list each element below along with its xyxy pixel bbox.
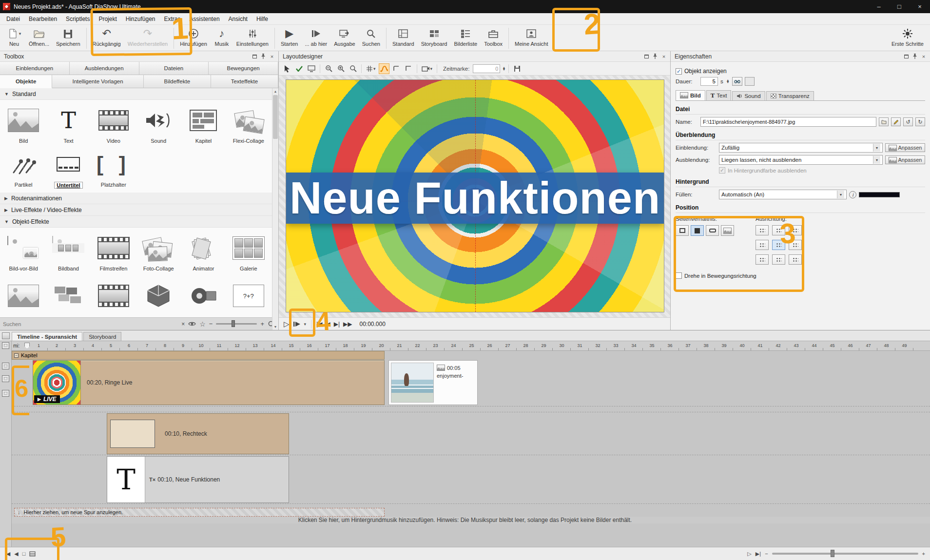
menu-item[interactable]: Projekt [94, 14, 121, 24]
effect-item[interactable] [46, 277, 91, 313]
duration-extra-button[interactable] [745, 77, 755, 86]
close-button[interactable]: × [910, 0, 930, 13]
section-routenanimationen[interactable]: ▶ Routenanimationen [0, 193, 272, 204]
minimize-button[interactable]: – [869, 0, 889, 13]
toolbox-item-partikel[interactable]: Partikel [1, 146, 46, 191]
aspect-fill-button[interactable] [691, 225, 704, 236]
track-options-icon[interactable] [2, 342, 9, 349]
menu-item[interactable]: Bearbeiten [24, 14, 61, 24]
step-back-button[interactable]: ◀ [14, 551, 18, 557]
menu-item[interactable]: Scriptlets [61, 14, 94, 24]
timeline-zoom-slider[interactable] [772, 553, 918, 555]
effect-animator[interactable]: Animator [181, 230, 226, 273]
scroll-down-icon[interactable]: ▼ [272, 324, 278, 330]
timeline-options-icon[interactable] [2, 332, 10, 339]
angle-tool-button[interactable] [403, 63, 414, 74]
panel-close-icon[interactable]: × [268, 53, 276, 60]
link-duration-button[interactable] [732, 77, 742, 86]
thumbnail-size-slider[interactable] [216, 323, 257, 325]
settings-button[interactable]: Einstellungen [233, 26, 272, 51]
timeline-view-icon[interactable] [29, 551, 36, 557]
zoom-out-minus-icon[interactable]: − [209, 321, 213, 327]
redo-button[interactable]: ↷ Wiederherstellen [124, 26, 172, 51]
toolbox-item-text[interactable]: T Text [46, 102, 91, 146]
aspect-stretch-button[interactable] [706, 225, 719, 236]
search-input[interactable] [3, 321, 181, 327]
duration-input[interactable] [700, 77, 718, 86]
effect-bild-vor-bild[interactable]: Bild-vor-Bild [1, 230, 46, 273]
panel-close-icon[interactable]: × [659, 53, 668, 60]
zoom-in-button[interactable] [335, 63, 346, 74]
info-icon[interactable]: i [849, 191, 856, 198]
menu-item[interactable]: Assistenten [185, 14, 224, 24]
rotate-right-button[interactable]: ↻ [915, 117, 925, 126]
toolbox-item-kapitel[interactable]: Kapitel [181, 102, 226, 146]
scroll-up-icon[interactable]: ▲ [272, 88, 278, 95]
tab-objekte[interactable]: Objekte [0, 75, 52, 88]
tab-bildeffekte[interactable]: Bildeffekte [144, 75, 211, 88]
undo-button[interactable]: ↶ Rückgängig [89, 26, 124, 51]
fade-in-adjust-button[interactable]: Anpassen [885, 143, 925, 152]
preview-screen-button[interactable] [306, 63, 317, 74]
previous-frame-button[interactable]: ◀ [326, 321, 330, 328]
align-bottom-right-button[interactable] [789, 254, 802, 265]
music-button[interactable]: ♪ Musik [211, 26, 233, 51]
tab-dateien[interactable]: Dateien [139, 62, 209, 75]
timeline-skip-end-button[interactable]: ▶| [756, 551, 761, 557]
view-toolbox-button[interactable]: Toolbox [481, 26, 506, 51]
timeline-zoom-out-icon[interactable]: − [765, 551, 768, 557]
scrollbar-thumb[interactable] [273, 95, 278, 139]
apply-check-button[interactable] [294, 63, 305, 74]
effect-galerie[interactable]: Galerie [226, 230, 271, 273]
clip-rechteck[interactable]: 00:10, Rechteck [107, 413, 289, 454]
panel-maximize-icon[interactable] [902, 53, 911, 60]
fade-to-background-checkbox[interactable]: ✓ [719, 167, 725, 174]
align-middle-right-button[interactable] [789, 240, 802, 250]
tab-bewegungen[interactable]: Bewegungen [209, 62, 278, 75]
file-name-input[interactable] [700, 117, 876, 127]
fill-select[interactable]: Automatisch (An)▾ [719, 190, 847, 199]
align-bottom-center-button[interactable] [772, 254, 785, 265]
timeline-zoom-in-icon[interactable]: + [922, 551, 925, 557]
rotate-left-button[interactable]: ↺ [903, 117, 913, 126]
zeitmarke-input[interactable] [473, 64, 500, 73]
timeline-track-1[interactable]: ▶LIVE 00:20, Ringe Live 00:05 enjoyment- [12, 360, 930, 406]
select-tool-button[interactable] [282, 63, 292, 74]
clip-neue-funktionen[interactable]: T T× 00:10, Neue Funktionen [107, 456, 289, 503]
zoom-slider-handle[interactable] [831, 550, 834, 557]
fade-out-select[interactable]: Liegen lassen, nicht ausblenden▾ [719, 155, 883, 165]
clip-ringe-live[interactable]: ▶LIVE 00:20, Ringe Live [33, 360, 385, 405]
grid-button[interactable]: ▾ [365, 63, 377, 74]
menu-item[interactable]: Ansicht [224, 14, 252, 24]
panel-close-icon[interactable]: × [919, 53, 928, 60]
edit-file-button[interactable] [891, 117, 901, 126]
rotate-in-motion-checkbox[interactable] [676, 272, 682, 279]
slide-canvas[interactable]: Neue Funktionen [286, 79, 664, 312]
slider-handle[interactable] [232, 320, 235, 327]
tab-storyboard[interactable]: Storyboard [83, 332, 121, 341]
timeline-play-button[interactable]: ▷ [747, 551, 751, 557]
aspect-custom-button[interactable] [721, 225, 734, 236]
panel-maximize-icon[interactable] [642, 53, 651, 60]
maximize-button[interactable]: □ [889, 0, 910, 13]
align-middle-left-button[interactable] [756, 240, 769, 250]
search-field[interactable]: × [3, 321, 185, 327]
start-button[interactable]: ▶ Starten [277, 26, 301, 51]
preview-play-button[interactable]: ▷ [284, 320, 290, 328]
toolbox-item-sound[interactable]: Sound [136, 102, 181, 146]
toolbox-item-untertitel[interactable]: Untertitel [46, 146, 91, 191]
view-imagelist-button[interactable]: Bilderliste [450, 26, 481, 51]
collapse-chapter-icon[interactable]: − [14, 353, 19, 358]
track-collapse-icon[interactable] [2, 363, 9, 369]
title-band[interactable]: Neue Funktionen [286, 173, 664, 224]
favorite-star-icon[interactable]: ☆ [199, 321, 206, 328]
go-to-start-button[interactable]: |◀ [5, 551, 10, 557]
motion-path-tool-button[interactable] [379, 63, 389, 74]
fade-out-adjust-button[interactable]: Anpassen [885, 155, 925, 164]
timeline-track-3[interactable]: T T× 00:10, Neue Funktionen [12, 455, 930, 504]
menu-item[interactable]: Datei [2, 14, 24, 24]
fast-forward-button[interactable]: ▶▶ [343, 321, 352, 328]
tab-intelligente-vorlagen[interactable]: Intelligente Vorlagen [52, 75, 143, 88]
align-top-center-button[interactable] [772, 225, 785, 235]
camera-pan-button[interactable]: ▾ [420, 63, 434, 74]
